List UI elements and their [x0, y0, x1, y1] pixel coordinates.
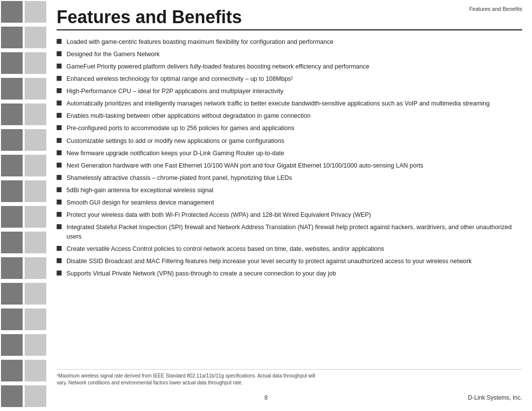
sidebar-square-dark	[1, 232, 23, 253]
sidebar-square-light	[25, 27, 46, 48]
feature-text: Create versatile Access Control policies…	[66, 244, 522, 253]
feature-text: Shamelessly attractive chassis – chrome-…	[66, 173, 522, 182]
sidebar-square-row	[0, 256, 54, 280]
feature-item: Shamelessly attractive chassis – chrome-…	[57, 173, 522, 182]
bullet-icon	[57, 51, 62, 56]
sidebar-square-light	[25, 155, 46, 176]
sidebar-square-row	[0, 333, 54, 357]
feature-text: High-Performance CPU – ideal for P2P app…	[66, 87, 522, 96]
bullet-icon	[57, 76, 62, 81]
bullet-icon	[57, 88, 62, 93]
bullet-icon	[57, 113, 62, 118]
sidebar-square-dark	[1, 52, 23, 74]
sidebar-square-light	[25, 103, 46, 125]
sidebar-square-row	[0, 77, 54, 101]
feature-item: Customizable settings to add or modify n…	[57, 137, 522, 145]
feature-item: Designed for the Gamers Network	[57, 50, 522, 59]
feature-item: Loaded with game-centric features boasti…	[57, 37, 522, 46]
sidebar-square-row	[0, 128, 54, 152]
page-number: 8	[265, 394, 268, 401]
feature-text: Loaded with game-centric features boasti…	[66, 37, 522, 46]
sidebar-square-dark	[1, 385, 23, 407]
bullet-icon	[57, 246, 62, 251]
feature-text: Pre-configured ports to accommodate up t…	[66, 124, 522, 133]
sidebar-square-dark	[1, 155, 23, 176]
sidebar-square-light	[25, 308, 46, 330]
feature-item: Automatically prioritizes and intelligen…	[57, 99, 522, 108]
sidebar-square-dark	[1, 308, 23, 330]
feature-item: Create versatile Access Control policies…	[57, 244, 522, 253]
sidebar-square-row	[0, 51, 54, 75]
sidebar-square-row	[0, 282, 54, 306]
footer-company: D-Link Systems, Inc.	[468, 394, 522, 401]
sidebar-square-row	[0, 154, 54, 177]
feature-text: Enhanced wireless technology for optimal…	[66, 74, 522, 83]
feature-item: High-Performance CPU – ideal for P2P app…	[57, 87, 522, 96]
sidebar-square-dark	[1, 206, 23, 228]
sidebar-square-light	[25, 232, 46, 253]
sidebar-square-dark	[1, 257, 23, 279]
bullet-icon	[57, 175, 62, 180]
sidebar-square-dark	[1, 78, 23, 100]
sidebar-square-row	[0, 308, 54, 331]
sidebar-square-light	[25, 1, 46, 23]
feature-item: Protect your wireless data with both Wi-…	[57, 210, 522, 219]
sidebar-square-light	[25, 360, 46, 381]
sidebar-square-dark	[1, 360, 23, 381]
feature-item: Supports Virtual Private Network (VPN) p…	[57, 269, 522, 278]
feature-item: Integrated Stateful Packet Inspection (S…	[57, 223, 522, 240]
sidebar-square-light	[25, 206, 46, 228]
feature-item: Disable SSID Broadcast and MAC Filtering…	[57, 257, 522, 266]
bullet-icon	[57, 271, 62, 275]
sidebar-square-light	[25, 180, 46, 202]
sidebar-square-dark	[1, 180, 23, 202]
feature-item: Enhanced wireless technology for optimal…	[57, 74, 522, 83]
bullet-icon	[57, 187, 62, 192]
feature-text: New firmware upgrade notification keeps …	[66, 149, 522, 158]
bullet-icon	[57, 212, 62, 217]
sidebar-square-row	[0, 0, 54, 24]
feature-text: Designed for the Gamers Network	[66, 50, 522, 59]
feature-item: 5dBi high-gain antenna for exceptional w…	[57, 186, 522, 195]
feature-text: Enables multi-tasking between other appl…	[66, 111, 522, 120]
feature-item: Smooth GUI design for seamless device ma…	[57, 198, 522, 207]
sidebar-square-light	[25, 52, 46, 74]
feature-text: Smooth GUI design for seamless device ma…	[66, 198, 522, 207]
bullet-icon	[57, 138, 62, 143]
sidebar-square-row	[0, 205, 54, 229]
sidebar-square-row	[0, 231, 54, 254]
feature-text: Next Generation hardware with one Fast E…	[66, 161, 522, 170]
feature-text: Automatically prioritizes and intelligen…	[66, 99, 522, 108]
sidebar-square-light	[25, 334, 46, 356]
title-underline	[57, 29, 522, 31]
bullet-icon	[57, 39, 62, 44]
sidebar-square-light	[25, 283, 46, 305]
feature-text: 5dBi high-gain antenna for exceptional w…	[66, 186, 522, 195]
sidebar-square-row	[0, 384, 54, 408]
bullet-icon	[57, 200, 62, 205]
feature-item: New firmware upgrade notification keeps …	[57, 149, 522, 158]
features-list: Loaded with game-centric features boasti…	[57, 37, 522, 278]
footnote-line1: ¹Maximum wireless signal rate derived fr…	[57, 373, 315, 378]
sidebar-square-dark	[1, 1, 23, 23]
footnote: ¹Maximum wireless signal rate derived fr…	[57, 369, 522, 386]
sidebar-square-row	[0, 103, 54, 126]
sidebar-square-light	[25, 78, 46, 100]
feature-item: GameFuel Priority powered platform deliv…	[57, 62, 522, 71]
main-content: Features and Benefits Loaded with game-c…	[57, 7, 522, 391]
bullet-icon	[57, 163, 62, 168]
feature-item: Pre-configured ports to accommodate up t…	[57, 124, 522, 133]
feature-item: Next Generation hardware with one Fast E…	[57, 161, 522, 170]
feature-item: Enables multi-tasking between other appl…	[57, 111, 522, 120]
page-title: Features and Benefits	[57, 7, 522, 27]
footnote-line2: vary. Network conditions and environment…	[57, 380, 243, 385]
feature-text: Customizable settings to add or modify n…	[66, 137, 522, 145]
feature-text: Protect your wireless data with both Wi-…	[66, 210, 522, 219]
sidebar-square-row	[0, 179, 54, 203]
feature-text: Integrated Stateful Packet Inspection (S…	[66, 223, 522, 240]
sidebar-square-dark	[1, 334, 23, 356]
sidebar-square-row	[0, 359, 54, 382]
sidebar-square-dark	[1, 27, 23, 48]
sidebar-square-light	[25, 385, 46, 407]
bullet-icon	[57, 224, 62, 229]
